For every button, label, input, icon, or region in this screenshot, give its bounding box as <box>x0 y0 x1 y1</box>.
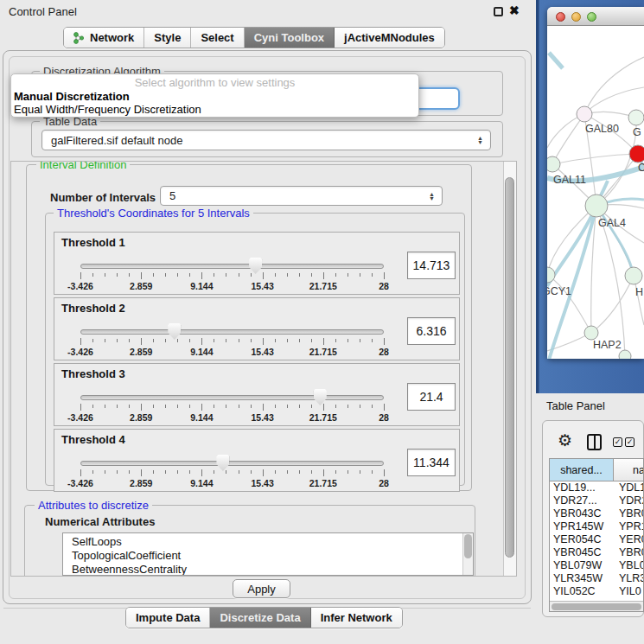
slider-tick <box>311 470 312 474</box>
table-data-combobox[interactable]: galFiltered.sif default node ▲▼ <box>41 130 491 150</box>
table-row[interactable]: YDR27...YDR2 <box>550 494 644 507</box>
horizontal-scrollbar[interactable] <box>550 601 643 611</box>
slider-tick <box>201 404 202 411</box>
table-row[interactable]: YLR345WYLR3 <box>550 572 644 585</box>
slider-handle[interactable] <box>249 258 262 274</box>
slider-tick-label: 9.144 <box>182 412 220 423</box>
table-cell: YDL1 <box>614 481 644 494</box>
slider-tick-label: 21.715 <box>304 478 342 488</box>
slider-track[interactable] <box>80 461 384 466</box>
list-item[interactable]: SelfLoops <box>63 535 473 549</box>
slider-tick-label: 28 <box>365 412 403 423</box>
table-row[interactable]: YER054CYER0 <box>550 533 644 546</box>
node-label: H <box>635 286 643 298</box>
zoom-traffic-light[interactable] <box>587 12 596 22</box>
threshold-row: Threshold 3-3.4262.8599.14415.4321.71528… <box>54 363 460 426</box>
slider-tick-label: -3.426 <box>61 347 99 357</box>
network-window-titlebar[interactable] <box>547 7 644 26</box>
table-row[interactable]: YDL19...YDL1 <box>550 481 644 494</box>
slider-track[interactable] <box>80 395 384 400</box>
threshold-row: Threshold 2-3.4262.8599.14415.4321.71528… <box>54 297 460 360</box>
slider-tick <box>384 338 385 345</box>
list-scrollbar-thumb[interactable] <box>464 534 472 558</box>
tab-discretize-data[interactable]: Discretize Data <box>210 608 310 628</box>
minimize-traffic-light[interactable] <box>571 12 581 22</box>
slider-handle[interactable] <box>168 323 181 340</box>
network-node[interactable] <box>547 156 560 172</box>
close-icon[interactable]: ✖ <box>509 3 520 17</box>
threshold-value-field[interactable]: 6.316 <box>407 317 456 345</box>
settings-gear-icon[interactable]: ⚙ <box>558 432 572 450</box>
float-window-icon[interactable] <box>494 7 503 16</box>
table-cell: YDR2 <box>614 494 644 507</box>
slider-tick <box>311 273 312 277</box>
table-cell: YPR1 <box>614 520 644 533</box>
dropdown-item-equal-width[interactable]: Equal Width/Frequency Discretization <box>14 103 201 116</box>
table-cell: YIL0 <box>614 585 644 598</box>
column-header-name[interactable]: na <box>614 459 644 481</box>
slider-tick <box>80 338 81 345</box>
list-item[interactable]: TopologicalCoefficient <box>63 549 473 563</box>
tab-infer-network[interactable]: Infer Network <box>311 608 402 628</box>
slider-tick <box>275 470 276 474</box>
threshold-value-field[interactable]: 21.4 <box>407 383 456 411</box>
network-node[interactable] <box>625 267 642 284</box>
slider-tick <box>360 339 360 342</box>
tab-select[interactable]: Select <box>191 28 244 48</box>
column-header-shared-name[interactable]: shared... <box>550 459 614 481</box>
apply-button[interactable]: Apply <box>233 579 290 598</box>
tab-impute-data[interactable]: Impute Data <box>126 608 210 628</box>
slider-tick <box>105 470 105 474</box>
attributes-list[interactable]: SelfLoopsTopologicalCoefficientBetweenne… <box>62 532 474 576</box>
slider-tick <box>80 272 81 279</box>
numerical-attributes-label: Numerical Attributes <box>45 515 155 528</box>
table-cell: YBR0 <box>614 507 644 520</box>
slider-handle[interactable] <box>216 455 229 471</box>
network-node[interactable] <box>629 145 644 163</box>
slider-tick-label: -3.426 <box>61 478 99 488</box>
network-node[interactable] <box>628 110 644 125</box>
slider-tick <box>201 338 202 345</box>
slider-track[interactable] <box>80 264 384 269</box>
column-layout-icon[interactable] <box>587 434 602 450</box>
horizontal-scrollbar-thumb[interactable] <box>552 603 641 610</box>
slider-tick <box>189 273 190 277</box>
list-scrollbar[interactable] <box>462 533 473 575</box>
network-node[interactable] <box>619 350 631 359</box>
close-traffic-light[interactable] <box>556 12 565 22</box>
table-row[interactable]: YBR043CYBR0 <box>550 507 644 520</box>
table-row[interactable]: YPR145WYPR1 <box>550 520 644 533</box>
tab-style[interactable]: Style <box>144 28 191 48</box>
slider-tick <box>165 405 166 408</box>
network-node[interactable] <box>585 194 608 217</box>
tab-network[interactable]: Network <box>64 28 144 48</box>
checkbox-icons: ✓ ✓ <box>613 437 634 447</box>
checkbox-icon[interactable]: ✓ <box>613 437 622 447</box>
vertical-scrollbar-thumb[interactable] <box>505 177 514 558</box>
threshold-value-field[interactable]: 11.344 <box>407 449 456 476</box>
network-node[interactable] <box>577 106 592 122</box>
tab-jactivemnodules[interactable]: jActiveMNodules <box>335 28 444 48</box>
table-data-value: galFiltered.sif default node <box>51 134 182 147</box>
slider-tick-label: 15.43 <box>244 478 282 488</box>
slider-tick <box>360 470 360 474</box>
network-node[interactable] <box>584 326 598 340</box>
table-row[interactable]: YBL079WYBL0 <box>550 559 644 572</box>
slider-tick <box>239 405 239 408</box>
dropdown-item-manual[interactable]: Manual Discretization <box>14 90 130 103</box>
slider-tick-label: -3.426 <box>61 412 99 423</box>
list-item[interactable]: BetweennessCentrality <box>63 563 473 576</box>
threshold-value-field[interactable]: 14.713 <box>407 252 456 279</box>
slider-handle[interactable] <box>314 389 327 405</box>
number-of-intervals-combobox[interactable]: 5 ▲▼ <box>160 186 443 206</box>
table-header-row: shared... na <box>550 459 644 481</box>
tab-cyni-toolbox[interactable]: Cyni Toolbox <box>245 28 335 48</box>
checkbox-icon[interactable]: ✓ <box>625 437 634 447</box>
table-row[interactable]: YIL052CYIL0 <box>550 585 644 598</box>
slider-tick <box>263 404 264 411</box>
slider-track[interactable] <box>80 329 384 335</box>
table-row[interactable]: YBR045CYBR0 <box>550 546 644 559</box>
slider-tick-label: 9.144 <box>182 281 220 291</box>
network-canvas[interactable]: GAL80GCGAL11GAL4GCY1HHAP2 <box>547 27 644 359</box>
thresholds-group-title: Threshold's Coordinates for 5 Intervals <box>54 207 253 220</box>
